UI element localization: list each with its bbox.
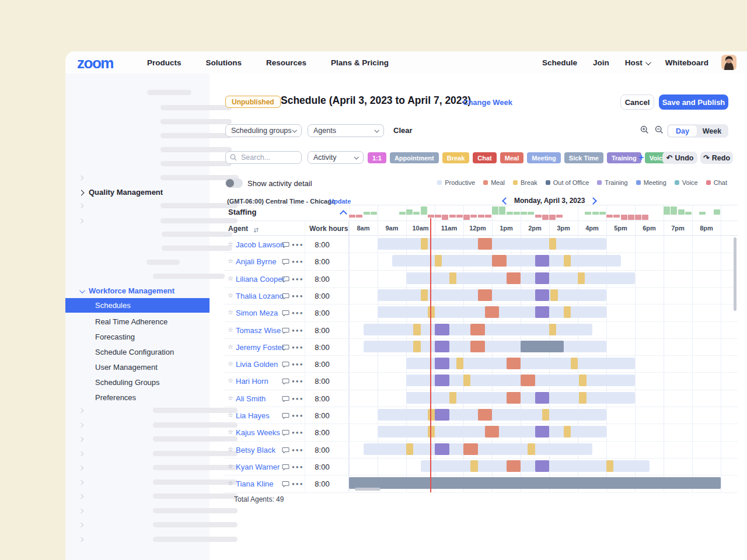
- meal-segment[interactable]: [478, 409, 493, 421]
- favorite-star-icon[interactable]: ☆: [228, 428, 233, 436]
- break-segment[interactable]: [564, 255, 571, 267]
- meal-segment[interactable]: [470, 341, 485, 352]
- meal-segment[interactable]: [507, 272, 521, 284]
- chat-bubble-icon[interactable]: [282, 343, 289, 354]
- more-options-button[interactable]: ●●●: [292, 242, 304, 247]
- sidebar-item-schedule-configuration[interactable]: Schedule Configuration: [95, 348, 174, 356]
- more-options-button[interactable]: ●●●: [292, 430, 304, 435]
- break-segment[interactable]: [564, 306, 571, 318]
- chat-bubble-icon[interactable]: [282, 240, 289, 251]
- sidebar-item-schedules[interactable]: Schedules: [65, 298, 210, 313]
- sidebar-item-real-time-adherence[interactable]: Real Time Adherence: [95, 317, 167, 326]
- search-input[interactable]: [240, 153, 295, 162]
- agent-name-tomasz-wise[interactable]: Tomasz Wise: [236, 326, 281, 335]
- favorite-star-icon[interactable]: ☆: [228, 480, 233, 487]
- more-options-button[interactable]: ●●●: [292, 413, 304, 418]
- agent-name-tiana-kline[interactable]: Tiana Kline: [236, 480, 274, 488]
- break-segment[interactable]: [413, 341, 420, 352]
- activity-chip-appointment[interactable]: Appointment: [390, 152, 439, 163]
- more-options-button[interactable]: ●●●: [292, 293, 304, 299]
- meeting-segment[interactable]: [435, 341, 449, 352]
- clear-button[interactable]: Clear: [393, 126, 413, 135]
- shift-bar[interactable]: [364, 443, 592, 455]
- break-segment[interactable]: [449, 272, 456, 284]
- shift-bar[interactable]: [378, 409, 606, 421]
- nav-link-products[interactable]: Products: [147, 58, 181, 67]
- break-segment[interactable]: [449, 392, 456, 404]
- prev-day-icon[interactable]: [502, 197, 509, 205]
- horizontal-scrollbar[interactable]: [355, 488, 381, 491]
- meal-segment[interactable]: [507, 392, 521, 404]
- day-tab[interactable]: Day: [668, 125, 697, 136]
- more-options-button[interactable]: ●●●: [292, 310, 304, 316]
- favorite-star-icon[interactable]: ☆: [228, 292, 233, 299]
- nav-link-resources[interactable]: Resources: [266, 58, 306, 67]
- sidebar-item-preferences[interactable]: Preferences: [95, 393, 136, 402]
- meeting-segment[interactable]: [535, 255, 550, 267]
- more-options-button[interactable]: ●●●: [292, 481, 304, 487]
- shift-bar[interactable]: [378, 238, 606, 250]
- chat-bubble-icon[interactable]: [282, 446, 289, 456]
- nav-link-plans-pricing[interactable]: Plans & Pricing: [331, 58, 389, 67]
- shift-bar[interactable]: [378, 289, 606, 301]
- activity-chip-training[interactable]: Training: [607, 152, 641, 163]
- nav-link-schedule[interactable]: Schedule: [542, 58, 577, 67]
- chat-bubble-icon[interactable]: [282, 428, 289, 439]
- agent-name-livia-golden[interactable]: Livia Golden: [236, 360, 278, 369]
- avatar[interactable]: [721, 55, 736, 70]
- zoom-in-icon[interactable]: [640, 125, 649, 136]
- meal-segment[interactable]: [507, 460, 521, 472]
- meeting-segment[interactable]: [435, 358, 449, 369]
- favorite-star-icon[interactable]: ☆: [228, 446, 233, 453]
- nav-link-host[interactable]: Host: [625, 58, 650, 67]
- chat-bubble-icon[interactable]: [282, 257, 289, 268]
- meal-segment[interactable]: [485, 306, 500, 318]
- zoom-out-icon[interactable]: [655, 125, 664, 136]
- nav-link-solutions[interactable]: Solutions: [206, 58, 242, 67]
- activity-chip-sick-time[interactable]: Sick Time: [564, 152, 603, 163]
- undo-button[interactable]: ↶Undo: [662, 152, 697, 164]
- chat-bubble-icon[interactable]: [282, 394, 289, 405]
- agent-name-ali-smith[interactable]: Ali Smith: [236, 394, 266, 403]
- meeting-segment[interactable]: [435, 324, 449, 335]
- break-segment[interactable]: [564, 426, 571, 438]
- more-options-button[interactable]: ●●●: [292, 328, 304, 333]
- activity-chip-meeting[interactable]: Meeting: [527, 152, 561, 163]
- timezone-update-link[interactable]: Update: [329, 198, 351, 205]
- favorite-star-icon[interactable]: ☆: [228, 326, 233, 334]
- break-segment[interactable]: [542, 409, 549, 421]
- favorite-star-icon[interactable]: ☆: [228, 377, 233, 384]
- break-segment[interactable]: [550, 289, 557, 301]
- agent-name-simon-meza[interactable]: Simon Meza: [236, 309, 278, 317]
- break-segment[interactable]: [456, 358, 463, 369]
- activity-chip-chat[interactable]: Chat: [473, 152, 496, 163]
- search-box[interactable]: [225, 151, 302, 164]
- more-options-button[interactable]: ●●●: [292, 447, 304, 453]
- break-segment[interactable]: [579, 374, 586, 386]
- chat-bubble-icon[interactable]: [282, 292, 289, 302]
- sidebar-item-scheduling-groups[interactable]: Scheduling Groups: [95, 378, 160, 387]
- chat-bubble-icon[interactable]: [282, 275, 289, 285]
- show-activity-detail-toggle[interactable]: [225, 178, 243, 188]
- agent-name-thalia-lozano[interactable]: Thalia Lozano: [236, 292, 284, 300]
- break-segment[interactable]: [571, 358, 578, 369]
- add-activity-button[interactable]: +: [638, 152, 644, 163]
- agent-name-jacob-lawson[interactable]: Jacob Lawson: [236, 240, 284, 249]
- break-segment[interactable]: [406, 443, 413, 455]
- break-segment[interactable]: [428, 409, 435, 421]
- more-options-button[interactable]: ●●●: [292, 276, 304, 282]
- break-segment[interactable]: [606, 460, 613, 472]
- break-segment[interactable]: [549, 324, 556, 335]
- break-segment[interactable]: [470, 460, 477, 472]
- break-segment[interactable]: [549, 238, 556, 250]
- scheduling-groups-select[interactable]: Scheduling groups: [225, 124, 302, 137]
- nav-link-join[interactable]: Join: [593, 58, 609, 67]
- more-options-button[interactable]: ●●●: [292, 362, 304, 367]
- break-segment[interactable]: [421, 238, 428, 250]
- meeting-segment[interactable]: [535, 289, 550, 301]
- redo-button[interactable]: ↷Redo: [700, 152, 733, 164]
- favorite-star-icon[interactable]: ☆: [228, 309, 233, 316]
- meal-segment[interactable]: [507, 358, 521, 369]
- chat-bubble-icon[interactable]: [282, 377, 289, 387]
- meeting-segment[interactable]: [535, 426, 550, 438]
